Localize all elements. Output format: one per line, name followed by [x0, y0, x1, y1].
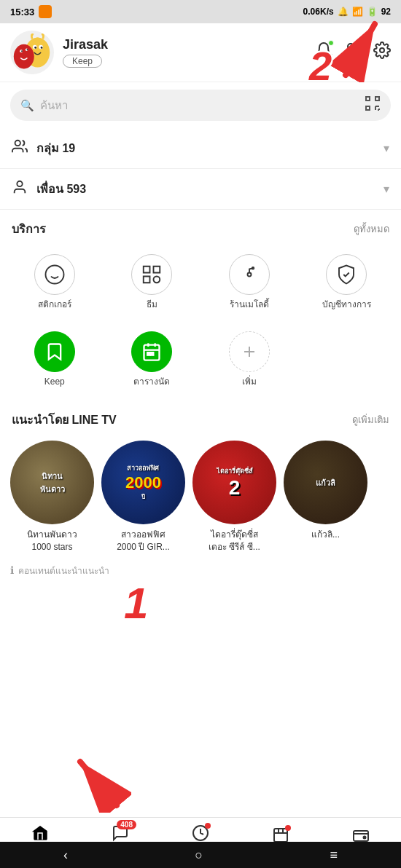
add-label: เพิ่ม [242, 376, 257, 388]
annotation-2: 2 [309, 46, 332, 87]
keep-badge[interactable]: Keep [63, 55, 102, 68]
tv-item-3[interactable]: ไดอารี่ตุ๊ดซี่ส์ 2 ไดอารี่ตุ๊ดซี่สเดอะ ซ… [192, 441, 276, 553]
melody-label: ร้านเมโลดี้ [230, 299, 269, 311]
battery-level: 92 [381, 7, 391, 17]
keep-icon [34, 331, 75, 372]
official-account-service[interactable]: บัญชีทางการ [298, 247, 396, 318]
view-all-services[interactable]: ดูทั้งหมด [354, 221, 389, 237]
add-service-button[interactable]: เพิ่ม [200, 324, 298, 395]
official-icon [326, 254, 367, 295]
search-placeholder: ค้นหา [40, 97, 365, 114]
svg-rect-38 [151, 352, 154, 355]
theme-label: ธีม [147, 299, 157, 311]
contacts-list: กลุ่ม 19 ▾ เพื่อน 593 ▾ [0, 128, 401, 210]
annotation-1: 1 [124, 582, 148, 626]
svg-point-5 [41, 47, 43, 49]
search-icon: 🔍 [20, 99, 34, 112]
keep-label-service: Keep [44, 376, 65, 388]
melody-icon [229, 254, 270, 295]
services-grid-row2: Keep ตารางนัด เพิ่ม [0, 324, 401, 401]
add-icon [229, 331, 270, 372]
svg-rect-44 [274, 829, 287, 842]
chat-badge: 408 [117, 820, 136, 829]
user-name: Jirasak [63, 37, 315, 52]
svg-line-42 [80, 762, 117, 805]
bell-icon: 🔔 [338, 7, 349, 17]
tv-item-2[interactable]: สาวออฟฟิศ 2000 ปี สาวออฟฟิศ2000 ปี GIR..… [101, 441, 185, 553]
svg-point-11 [21, 50, 23, 52]
tv-thumbnail-1: นิทานพันดาว [10, 441, 94, 524]
tv-item-4[interactable]: แก้วลิ แก้วลิ... [284, 441, 367, 553]
svg-rect-19 [366, 97, 370, 100]
tv-title-2: สาวออฟฟิศ2000 ปี GIR... [117, 529, 170, 553]
calendar-service[interactable]: ตารางนัด [104, 324, 201, 395]
svg-line-18 [346, 24, 375, 75]
search-bar[interactable]: 🔍 ค้นหา [10, 90, 391, 121]
official-label: บัญชีทางการ [322, 299, 371, 311]
theme-service[interactable]: ธีม [104, 247, 201, 318]
groups-label: กลุ่ม 19 [36, 139, 384, 157]
scan-icon[interactable] [365, 95, 381, 115]
svg-point-6 [14, 44, 34, 69]
svg-rect-20 [375, 97, 379, 100]
svg-rect-48 [354, 831, 368, 841]
content-notice-text: คอนเทนต์แนะนำ [18, 564, 82, 577]
groups-icon [12, 138, 28, 158]
tv-title-3: ไดอารี่ตุ๊ดซี่สเดอะ ซีรีส์ ซี... [209, 529, 260, 553]
tv-thumbnail-3: ไดอารี่ตุ๊ดซี่ส์ 2 [192, 441, 276, 524]
services-title: บริการ [12, 220, 46, 238]
svg-rect-21 [366, 106, 370, 110]
services-grid: สติกเกอร์ ธีม ร้านเมโลดี้ [0, 244, 401, 324]
wifi-icon: 📶 [352, 7, 363, 17]
line-tv-section: แนะนำโดย LINE TV ดูเพิ่มเติม นิทานพันดาว… [0, 401, 401, 589]
svg-point-31 [247, 273, 251, 277]
svg-point-28 [45, 266, 63, 284]
melody-service[interactable]: ร้านเมโลดี้ [200, 247, 298, 318]
sticker-service[interactable]: สติกเกอร์ [6, 247, 104, 318]
system-nav: ‹ ○ ≡ [0, 842, 401, 868]
annotation-area-1: 1 [0, 589, 401, 633]
home-button[interactable]: ○ [195, 848, 203, 863]
svg-rect-37 [147, 352, 150, 355]
network-speed: 0.06K/s [303, 7, 334, 17]
battery-icon: 🔋 [367, 7, 378, 17]
bottom-arrow-annotation [73, 754, 131, 816]
tv-thumbnail-4: แก้วลิ [284, 441, 367, 524]
notification-dot [39, 5, 52, 18]
tv-thumbnails-row: นิทานพันดาว นิทานพันดาว1000 stars สาวออฟ… [0, 435, 401, 559]
groups-item[interactable]: กลุ่ม 19 ▾ [0, 128, 401, 169]
status-time: 15:33 [10, 7, 34, 17]
calendar-label: ตารางนัด [133, 376, 170, 388]
tv-title-4: แก้วลิ... [311, 529, 340, 541]
svg-point-26 [15, 141, 20, 146]
info-icon: ℹ [10, 564, 14, 576]
content-notice: ℹ คอนเทนต์แนะนำ แนะนำ [0, 559, 401, 582]
svg-point-4 [34, 47, 36, 49]
tv-item-1[interactable]: นิทานพันดาว นิทานพันดาว1000 stars [10, 441, 94, 553]
calendar-icon [131, 331, 172, 372]
friends-label: เพื่อน 593 [36, 180, 384, 198]
user-info: Jirasak Keep [63, 37, 315, 68]
friends-item[interactable]: เพื่อน 593 ▾ [0, 169, 401, 210]
theme-icon [131, 254, 172, 295]
svg-point-12 [27, 49, 28, 50]
keep-service[interactable]: Keep [6, 324, 104, 395]
friends-chevron: ▾ [384, 182, 389, 196]
timeline-dot [205, 823, 211, 829]
friends-icon [12, 179, 28, 199]
tv-section-header: แนะนำโดย LINE TV ดูเพิ่มเติม [0, 401, 401, 435]
avatar[interactable] [10, 31, 54, 74]
groups-chevron: ▾ [384, 141, 389, 155]
sticker-icon [34, 254, 75, 295]
svg-point-49 [364, 837, 366, 839]
back-button[interactable]: ‹ [63, 848, 68, 863]
today-dot [285, 825, 291, 831]
tv-section-title: แนะนำโดย LINE TV [12, 411, 117, 429]
content-notice-suffix: แนะนำ [82, 564, 109, 577]
menu-button[interactable]: ≡ [330, 848, 338, 863]
view-more-tv[interactable]: ดูเพิ่มเติม [352, 412, 389, 427]
sticker-label: สติกเกอร์ [38, 299, 71, 311]
empty-cell [298, 324, 396, 395]
svg-point-27 [17, 181, 22, 186]
tv-title-1: นิทานพันดาว1000 stars [27, 529, 77, 553]
